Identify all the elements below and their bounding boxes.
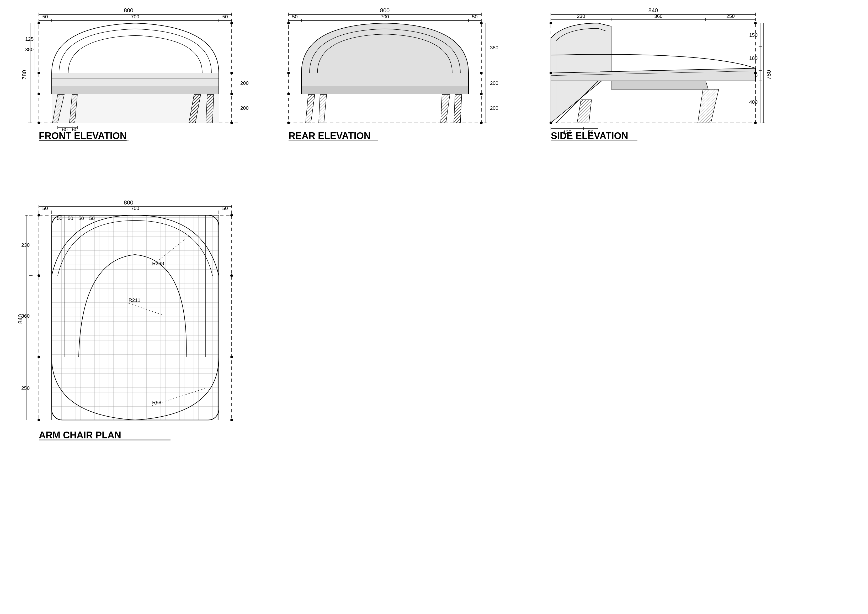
- svg-point-39: [230, 121, 233, 124]
- side-dim-150: 150: [749, 32, 758, 38]
- svg-point-42: [37, 93, 40, 95]
- rear-dim-700: 700: [381, 14, 389, 19]
- plan-dim-50-right: 50: [222, 205, 228, 211]
- front-dim-380: 380: [25, 47, 34, 52]
- svg-point-104: [550, 121, 552, 124]
- svg-point-143: [230, 356, 233, 358]
- front-dim-700: 700: [131, 14, 139, 19]
- side-dim-230: 230: [577, 13, 585, 19]
- rear-elevation-label: REAR ELEVATION: [288, 131, 370, 141]
- svg-point-140: [37, 274, 40, 277]
- svg-rect-22: [52, 73, 219, 86]
- svg-point-68: [480, 121, 483, 124]
- svg-point-65: [287, 22, 290, 25]
- rear-dim-200-bot: 200: [490, 105, 498, 111]
- svg-point-66: [480, 22, 483, 25]
- plan-dim-50-left: 50: [42, 205, 48, 211]
- svg-point-139: [230, 419, 233, 421]
- side-dim-780: 780: [766, 70, 772, 80]
- svg-point-69: [287, 72, 290, 74]
- front-dim-800: 800: [124, 7, 133, 14]
- plan-dim-360: 360: [21, 313, 29, 319]
- svg-rect-64: [301, 86, 468, 94]
- front-dim-50-left: 50: [42, 14, 48, 19]
- svg-rect-24: [52, 86, 219, 94]
- svg-point-138: [37, 419, 40, 421]
- rear-dim-200-top: 200: [490, 80, 498, 86]
- plan-dim-230: 230: [21, 242, 29, 248]
- rear-dim-380: 380: [490, 45, 498, 50]
- side-dim-360: 360: [654, 13, 663, 19]
- svg-point-71: [287, 93, 290, 95]
- svg-point-102: [550, 22, 552, 25]
- rear-dim-800: 800: [380, 7, 390, 14]
- svg-point-141: [230, 274, 233, 277]
- front-dim-50-right: 50: [222, 14, 228, 19]
- svg-point-107: [754, 72, 757, 74]
- front-dim-200-bot: 200: [240, 105, 249, 111]
- front-dim-125: 125: [25, 36, 34, 42]
- svg-point-105: [754, 121, 757, 124]
- plan-radius-98: R98: [152, 400, 161, 405]
- side-dim-840: 840: [648, 7, 658, 14]
- svg-point-142: [37, 356, 40, 358]
- svg-rect-63: [301, 73, 468, 86]
- plan-radius-211: R211: [129, 297, 140, 303]
- svg-point-67: [287, 121, 290, 124]
- plan-dim-250: 250: [21, 385, 29, 391]
- svg-point-43: [230, 93, 233, 95]
- svg-point-137: [230, 214, 233, 216]
- side-dim-180: 180: [749, 55, 758, 61]
- plan-dim-800: 800: [124, 199, 133, 206]
- svg-point-70: [480, 72, 483, 74]
- side-dim-250: 250: [726, 13, 735, 19]
- side-elevation-label: SIDE ELEVATION: [551, 131, 628, 141]
- svg-point-72: [480, 93, 483, 95]
- plan-dim-700: 700: [131, 205, 139, 211]
- svg-point-38: [37, 121, 40, 124]
- svg-point-40: [37, 72, 40, 74]
- plan-radius-398: R398: [152, 261, 164, 266]
- side-dim-400: 400: [749, 99, 758, 105]
- page: 800 50 700 50 780 125 380: [0, 0, 868, 614]
- svg-point-106: [550, 72, 552, 74]
- svg-point-103: [754, 22, 757, 25]
- front-elevation-label: FRONT ELEVATION: [39, 131, 127, 141]
- svg-point-36: [37, 22, 40, 25]
- svg-rect-129: [52, 215, 219, 420]
- rear-dim-50-right: 50: [472, 14, 477, 19]
- svg-point-136: [37, 214, 40, 216]
- technical-drawing: 800 50 700 50 780 125 380: [0, 0, 868, 614]
- svg-point-37: [230, 22, 233, 25]
- front-dim-780: 780: [21, 70, 28, 80]
- arm-chair-plan-label: ARM CHAIR PLAN: [39, 430, 121, 440]
- svg-point-41: [230, 72, 233, 74]
- rear-dim-50-left: 50: [292, 14, 298, 19]
- front-dim-200-top: 200: [240, 80, 249, 86]
